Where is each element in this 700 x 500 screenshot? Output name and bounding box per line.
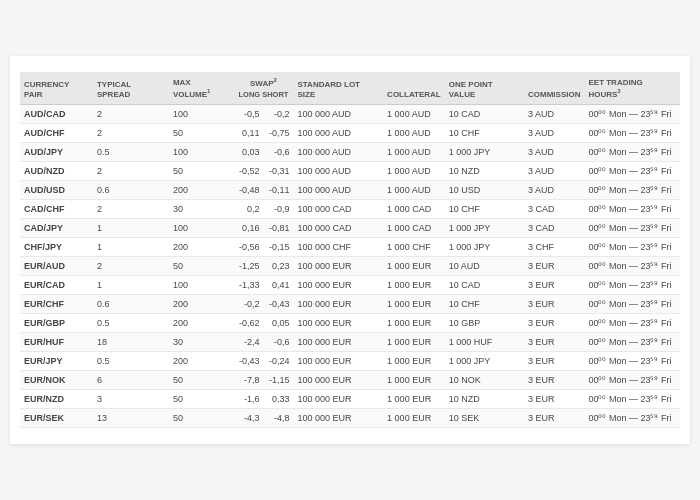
table-cell: -0,31 (263, 162, 293, 181)
main-container: Currency Pair Typical Spread Max Volume1… (10, 56, 690, 444)
table-cell: 1 000 AUD (383, 181, 445, 200)
table-cell: 100 000 EUR (293, 257, 383, 276)
header-swap: Swap2 Long Short (233, 72, 293, 105)
table-cell: 100 000 AUD (293, 181, 383, 200)
table-cell: 18 (93, 333, 169, 352)
table-cell: -2,4 (233, 333, 263, 352)
table-cell: 0,41 (263, 276, 293, 295)
table-cell: 0.5 (93, 143, 169, 162)
table-cell: -4,3 (233, 409, 263, 428)
table-cell: 2 (93, 200, 169, 219)
currency-table: Currency Pair Typical Spread Max Volume1… (20, 72, 680, 428)
table-row: EUR/SEK1350-4,3-4,8100 000 EUR1 000 EUR1… (20, 409, 680, 428)
table-cell: 00⁰⁰ Mon — 23⁵⁹ Fri (584, 124, 680, 143)
table-cell: 200 (169, 181, 234, 200)
table-cell: CAD/CHF (20, 200, 93, 219)
table-cell: 6 (93, 371, 169, 390)
table-cell: AUD/CHF (20, 124, 93, 143)
table-cell: 2 (93, 162, 169, 181)
table-cell: 1 (93, 219, 169, 238)
table-cell: 1 000 EUR (383, 390, 445, 409)
table-cell: 100 000 EUR (293, 333, 383, 352)
table-cell: 100 000 CAD (293, 200, 383, 219)
table-cell: 50 (169, 162, 234, 181)
table-cell: EUR/HUF (20, 333, 93, 352)
table-cell: -0,48 (233, 181, 263, 200)
table-cell: 3 AUD (524, 143, 584, 162)
table-cell: -0,6 (263, 143, 293, 162)
table-cell: 50 (169, 257, 234, 276)
table-row: EUR/CHF0.6200-0,2-0,43100 000 EUR1 000 E… (20, 295, 680, 314)
table-cell: 100 000 AUD (293, 124, 383, 143)
table-cell: 1 000 EUR (383, 314, 445, 333)
table-cell: 10 CAD (445, 105, 524, 124)
table-cell: -0,62 (233, 314, 263, 333)
table-cell: 3 AUD (524, 181, 584, 200)
table-cell: -0,52 (233, 162, 263, 181)
table-row: AUD/CAD2100-0,5-0,2100 000 AUD1 000 AUD1… (20, 105, 680, 124)
table-cell: -0,6 (263, 333, 293, 352)
table-row: EUR/HUF1830-2,4-0,6100 000 EUR1 000 EUR1… (20, 333, 680, 352)
table-cell: 0,16 (233, 219, 263, 238)
table-row: EUR/JPY0.5200-0,43-0,24100 000 EUR1 000 … (20, 352, 680, 371)
table-cell: 100 (169, 143, 234, 162)
table-cell: 3 EUR (524, 409, 584, 428)
table-cell: 100 000 CAD (293, 219, 383, 238)
table-cell: 100 000 EUR (293, 352, 383, 371)
table-cell: 00⁰⁰ Mon — 23⁵⁹ Fri (584, 409, 680, 428)
table-row: EUR/GBP0.5200-0,620,05100 000 EUR1 000 E… (20, 314, 680, 333)
table-cell: 3 EUR (524, 390, 584, 409)
header-volume: Max Volume1 (169, 72, 234, 105)
table-cell: EUR/SEK (20, 409, 93, 428)
table-cell: -0,81 (263, 219, 293, 238)
table-cell: 10 GBP (445, 314, 524, 333)
table-cell: 1 000 EUR (383, 409, 445, 428)
table-cell: AUD/CAD (20, 105, 93, 124)
table-cell: 1 000 EUR (383, 295, 445, 314)
table-cell: -0,43 (233, 352, 263, 371)
header-spread: Typical Spread (93, 72, 169, 105)
table-cell: -0,75 (263, 124, 293, 143)
header-commission: Commission (524, 72, 584, 105)
table-cell: -7,8 (233, 371, 263, 390)
table-cell: 1 000 HUF (445, 333, 524, 352)
table-cell: 2 (93, 124, 169, 143)
table-cell: 0.5 (93, 352, 169, 371)
table-cell: 0,03 (233, 143, 263, 162)
table-cell: 1 000 CAD (383, 219, 445, 238)
table-cell: 00⁰⁰ Mon — 23⁵⁹ Fri (584, 219, 680, 238)
header-pair: Currency Pair (20, 72, 93, 105)
table-cell: 200 (169, 352, 234, 371)
table-cell: -0,15 (263, 238, 293, 257)
table-cell: 0,33 (263, 390, 293, 409)
table-cell: CHF/JPY (20, 238, 93, 257)
header-opv: One Point Value (445, 72, 524, 105)
table-cell: 00⁰⁰ Mon — 23⁵⁹ Fri (584, 390, 680, 409)
table-cell: 00⁰⁰ Mon — 23⁵⁹ Fri (584, 295, 680, 314)
table-row: CAD/CHF2300,2-0,9100 000 CAD1 000 CAD10 … (20, 200, 680, 219)
table-cell: 3 (93, 390, 169, 409)
table-cell: CAD/JPY (20, 219, 93, 238)
table-cell: 00⁰⁰ Mon — 23⁵⁹ Fri (584, 257, 680, 276)
table-cell: -0,2 (263, 105, 293, 124)
table-cell: -1,15 (263, 371, 293, 390)
table-row: AUD/JPY0.51000,03-0,6100 000 AUD1 000 AU… (20, 143, 680, 162)
table-cell: 100 000 EUR (293, 390, 383, 409)
table-cell: -0,5 (233, 105, 263, 124)
table-cell: 0,23 (263, 257, 293, 276)
table-cell: 1 000 JPY (445, 143, 524, 162)
table-cell: 200 (169, 238, 234, 257)
table-cell: -1,33 (233, 276, 263, 295)
table-cell: -0,56 (233, 238, 263, 257)
table-cell: 1 000 JPY (445, 238, 524, 257)
table-cell: 1 000 EUR (383, 371, 445, 390)
table-cell: 1 (93, 276, 169, 295)
table-cell: 1 000 EUR (383, 333, 445, 352)
table-cell: -1,25 (233, 257, 263, 276)
table-cell: 100 000 EUR (293, 314, 383, 333)
table-cell: 3 EUR (524, 295, 584, 314)
table-cell: 1 000 AUD (383, 105, 445, 124)
table-cell: 00⁰⁰ Mon — 23⁵⁹ Fri (584, 314, 680, 333)
table-cell: 3 CAD (524, 219, 584, 238)
table-cell: 1 000 CAD (383, 200, 445, 219)
